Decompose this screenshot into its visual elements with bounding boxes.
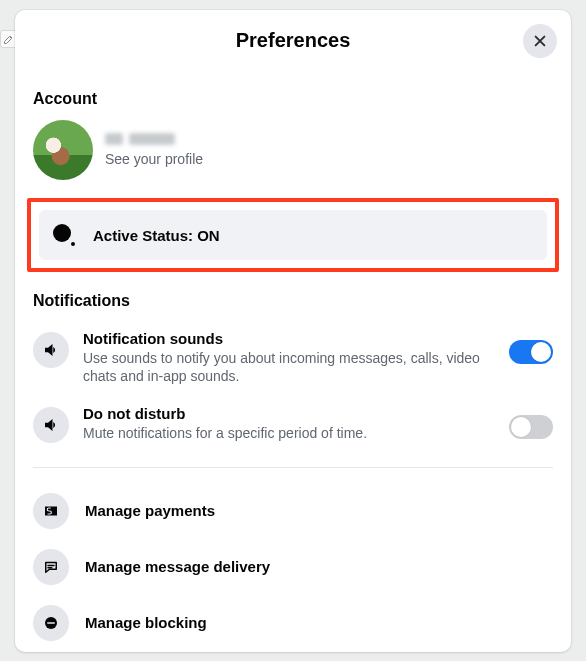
profile-text: See your profile [105, 133, 203, 167]
close-button[interactable] [523, 24, 557, 58]
manage-delivery-label: Manage message delivery [85, 558, 270, 575]
preferences-dialog: Preferences Account See your profile [15, 10, 571, 652]
blocking-icon [33, 605, 69, 641]
notification-sounds-texts: Notification sounds Use sounds to notify… [83, 330, 495, 385]
message-delivery-icon [33, 549, 69, 585]
sound-icon [33, 332, 69, 368]
dnd-row[interactable]: Do not disturb Mute notifications for a … [33, 395, 553, 453]
dnd-subtitle: Mute notifications for a specific period… [83, 424, 495, 442]
manage-blocking-label: Manage blocking [85, 614, 207, 631]
dialog-title: Preferences [236, 29, 351, 52]
manage-payments-row[interactable]: Manage payments [33, 482, 553, 538]
divider [33, 467, 553, 468]
manage-payments-label: Manage payments [85, 502, 215, 519]
profile-row[interactable]: See your profile [33, 118, 553, 196]
close-icon [533, 34, 547, 48]
notification-sounds-row[interactable]: Notification sounds Use sounds to notify… [33, 320, 553, 395]
dnd-title: Do not disturb [83, 405, 495, 422]
manage-blocking-row[interactable]: Manage blocking [33, 594, 553, 650]
sound-icon [33, 407, 69, 443]
dialog-body: Account See your profile Active Status [15, 90, 571, 650]
section-label-notifications: Notifications [33, 292, 553, 310]
notification-sounds-title: Notification sounds [83, 330, 495, 347]
manage-delivery-row[interactable]: Manage message delivery [33, 538, 553, 594]
active-status-icon [53, 224, 75, 246]
profile-name-redacted [105, 133, 203, 145]
dialog-header: Preferences [15, 10, 571, 70]
profile-subtext: See your profile [105, 151, 203, 167]
active-status-label: Active Status: ON [93, 227, 220, 244]
avatar [33, 120, 93, 180]
notification-sounds-subtitle: Use sounds to notify you about incoming … [83, 349, 495, 385]
notification-sounds-toggle[interactable] [509, 340, 553, 364]
highlight-frame: Active Status: ON [27, 198, 559, 272]
dnd-toggle[interactable] [509, 415, 553, 439]
active-status-row[interactable]: Active Status: ON [39, 210, 547, 260]
payments-icon [33, 493, 69, 529]
svg-rect-1 [47, 623, 55, 625]
section-label-account: Account [33, 90, 553, 108]
dnd-texts: Do not disturb Mute notifications for a … [83, 405, 495, 442]
